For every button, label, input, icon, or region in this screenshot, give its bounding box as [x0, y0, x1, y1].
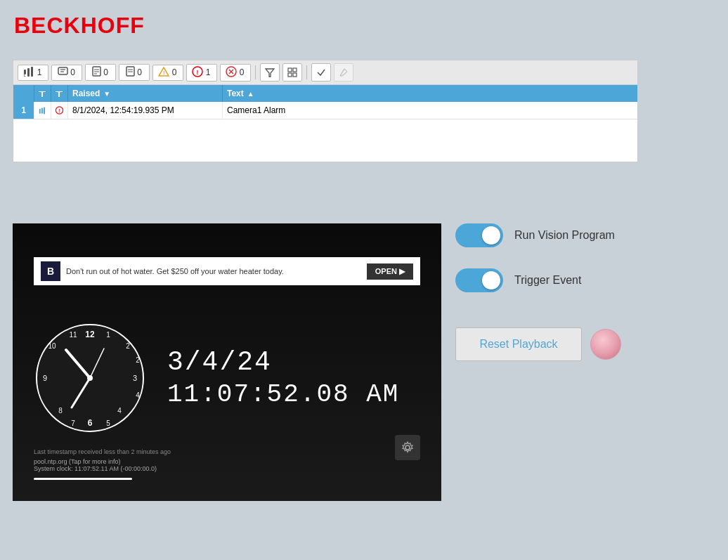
controls-panel: Run Vision Program Trigger Event Reset P… — [455, 223, 621, 361]
edit-button[interactable] — [334, 63, 353, 82]
warn-count: 0 — [171, 67, 178, 77]
camera-system-clock: System clock: 11:07:52.11 AM (-00:00:00.… — [34, 465, 420, 472]
toolbar-group-doc1[interactable]: 0 — [85, 64, 116, 81]
alarm-panel: 1 0 0 0 ! 0 — [13, 60, 638, 162]
svg-text:11: 11 — [69, 331, 77, 339]
chat-count: 0 — [70, 67, 77, 77]
svg-text:8: 8 — [58, 407, 63, 415]
svg-rect-24 — [288, 73, 292, 77]
col-header-icon2 — [51, 85, 68, 102]
filter-button[interactable] — [260, 63, 280, 82]
ad-logo: B — [41, 261, 60, 281]
grid-icon — [287, 67, 297, 77]
col-header-icon1 — [34, 85, 51, 102]
grid-button[interactable] — [282, 63, 302, 82]
svg-text:7: 7 — [71, 419, 75, 427]
camera-panel: B Don't run out of hot water. Get $250 o… — [13, 223, 441, 501]
svg-rect-2 — [31, 67, 33, 77]
run-vision-label: Run Vision Program — [514, 229, 615, 242]
filter-icon — [265, 67, 275, 77]
digital-date: 3/4/24 — [167, 347, 272, 377]
exclaim-icon: ! — [192, 66, 203, 79]
toolbar-group-exclaim[interactable]: ! 1 — [186, 64, 217, 82]
circle-x-count: 0 — [238, 67, 245, 77]
row-number: 1 — [13, 102, 34, 119]
svg-text:9: 9 — [43, 374, 47, 382]
toolbar-group-doc2[interactable]: 0 — [119, 64, 150, 81]
svg-point-3 — [25, 74, 27, 76]
clock-area: 12 3 6 9 2 4 8 10 11 1 2 4 7 5 — [34, 322, 420, 434]
chat-icon — [58, 67, 68, 79]
svg-rect-34 — [44, 107, 45, 114]
digital-time: 11:07:52.08 AM — [167, 380, 399, 409]
camera-bottom-info: Last timestamp received less than 2 minu… — [34, 448, 420, 480]
signal-count: 1 — [36, 67, 43, 77]
check-icon — [316, 67, 326, 77]
svg-rect-32 — [39, 108, 41, 113]
ad-text: Don't run out of hot water. Get $250 off… — [66, 267, 361, 275]
svg-text:6: 6 — [88, 418, 93, 428]
row-signal-icon — [34, 102, 51, 119]
ad-banner[interactable]: B Don't run out of hot water. Get $250 o… — [34, 257, 420, 285]
svg-text:!: ! — [163, 70, 165, 76]
run-vision-row: Run Vision Program — [455, 223, 621, 247]
circle-x-icon — [226, 66, 237, 79]
alarm-empty-area — [13, 119, 637, 162]
svg-line-27 — [344, 69, 347, 72]
warning-icon: ! — [158, 67, 169, 79]
camera-settings-button[interactable] — [395, 435, 420, 460]
svg-text:5: 5 — [106, 419, 110, 427]
toolbar-group-chat[interactable]: 0 — [51, 65, 82, 81]
col-header-num — [13, 85, 34, 102]
svg-rect-4 — [58, 67, 67, 74]
camera-ntp-status: Last timestamp received less than 2 minu… — [34, 448, 420, 455]
table-row[interactable]: 1 ! 8/1/2024, 12:54:19.935 PM Camera1 Al… — [13, 102, 637, 119]
toolbar-group-signal[interactable]: 1 — [18, 65, 48, 81]
alarm-table-header: Raised ▼ Text ▲ — [13, 85, 637, 102]
svg-line-28 — [342, 72, 347, 76]
svg-text:!: ! — [197, 69, 199, 76]
toolbar-group-circle-x[interactable]: 0 — [220, 64, 251, 82]
svg-text:4: 4 — [117, 407, 122, 415]
row-raised: 8/1/2024, 12:54:19.935 PM — [68, 102, 223, 119]
svg-text:1: 1 — [106, 331, 110, 339]
trigger-event-knob — [482, 271, 500, 289]
svg-marker-31 — [56, 91, 63, 97]
toolbar-separator-2 — [306, 65, 307, 79]
col-header-text[interactable]: Text ▲ — [223, 85, 637, 102]
alarm-toolbar: 1 0 0 0 ! 0 — [13, 60, 637, 85]
gear-icon — [401, 441, 414, 454]
toolbar-group-warn[interactable]: ! 0 — [152, 65, 183, 81]
svg-point-56 — [405, 445, 410, 450]
exclaim-count: 1 — [204, 67, 212, 77]
svg-rect-22 — [288, 68, 292, 72]
svg-rect-23 — [293, 68, 297, 72]
svg-text:12: 12 — [85, 330, 95, 339]
svg-rect-1 — [27, 68, 30, 77]
run-vision-toggle[interactable] — [455, 223, 503, 247]
check-button[interactable] — [311, 63, 331, 82]
row-text: Camera1 Alarm — [223, 102, 637, 119]
svg-rect-33 — [41, 108, 43, 113]
svg-text:10: 10 — [48, 342, 56, 350]
row-exclaim-icon: ! — [51, 102, 68, 119]
svg-rect-25 — [293, 73, 297, 77]
doc2-icon — [126, 66, 135, 79]
trigger-event-label: Trigger Event — [514, 274, 581, 287]
edit-icon — [339, 67, 349, 77]
doc1-icon — [92, 66, 101, 79]
ad-open-button[interactable]: OPEN ▶ — [367, 263, 413, 280]
svg-marker-21 — [266, 69, 274, 77]
run-vision-knob — [482, 226, 500, 245]
digital-clock: 3/4/24 11:07:52.08 AM — [167, 347, 420, 409]
col-header-raised[interactable]: Raised ▼ — [68, 85, 223, 102]
reset-playback-button[interactable]: Reset Playback — [455, 327, 582, 361]
beckhoff-logo: BECKHOFF — [14, 13, 145, 39]
svg-text:3: 3 — [133, 374, 137, 382]
reset-playback-area: Reset Playback — [455, 327, 621, 361]
trigger-event-toggle[interactable] — [455, 268, 503, 292]
svg-text:!: ! — [58, 108, 60, 113]
doc2-count: 0 — [136, 67, 143, 77]
signal-icon — [23, 67, 34, 79]
camera-progress-bar — [34, 478, 132, 480]
